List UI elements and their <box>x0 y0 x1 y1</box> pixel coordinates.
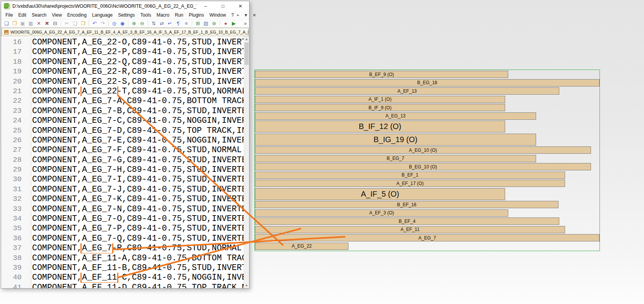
line-number: 35 <box>1 224 31 233</box>
part-bar-b-ef-1: B_EF_1 <box>255 172 565 179</box>
close-all-icon[interactable]: ✖ <box>43 20 51 27</box>
zoom-in-icon[interactable]: ⊕ <box>130 20 138 27</box>
part-bar-label: A_EF_11 <box>400 227 419 232</box>
scroll-up-icon[interactable]: ▲ <box>244 36 249 42</box>
code-line-29[interactable]: 29COMPONENT,A_EG_7-H,C89-41-0.75,STUD,IN… <box>1 165 244 175</box>
close-icon[interactable]: ✕ <box>35 20 43 27</box>
scrollbar-thumb[interactable] <box>244 42 249 65</box>
menu-encoding[interactable]: Encoding <box>65 12 89 18</box>
code-line-32[interactable]: 32COMPONENT,A_EG_7-K,C89-41-0.75,STUD,IN… <box>1 194 244 204</box>
code-line-41[interactable]: 41COMPONENT,A_EF_11-D,C89-41-0.75,TOP TR… <box>1 283 244 288</box>
print-icon[interactable]: ⊟ <box>51 20 59 27</box>
word-wrap-icon[interactable]: ↵ <box>166 20 174 27</box>
menu-close-icon[interactable]: ✕ <box>253 13 256 18</box>
menu-tools[interactable]: Tools <box>138 12 154 18</box>
redo-icon[interactable]: ↷ <box>99 20 106 27</box>
paste-icon[interactable]: ❒ <box>79 20 87 27</box>
code-line-27[interactable]: 27COMPONENT,A_EG_7-F,C89-41-0.75,STUD,NO… <box>1 145 244 155</box>
vertical-scrollbar[interactable]: ▲ ▼ <box>244 36 249 288</box>
code-line-40[interactable]: 40COMPONENT,A_EF_11-C,C89-41-0.75,NOGGIN… <box>1 273 244 282</box>
menu-run[interactable]: Run <box>172 12 186 18</box>
menu-macro[interactable]: Macro <box>154 12 172 18</box>
minimize-button[interactable]: – <box>197 1 214 11</box>
line-text: COMPONENT,A_EG_7-P,C89-41-0.75,STUD,INVE… <box>31 224 244 233</box>
part-bar-label: B_EG_18 <box>417 80 437 85</box>
code-line-16[interactable]: 16COMPONENT,A_EG_22-O,C89-41-0.75,STUD,I… <box>1 37 244 47</box>
code-line-18[interactable]: 18COMPONENT,A_EG_22-Q,C89-41-0.75,STUD,I… <box>1 57 244 67</box>
code-line-25[interactable]: 25COMPONENT,A_EG_7-D,C89-41-0.75,TOP TRA… <box>1 126 244 136</box>
part-bar-b-ef-16: B_EF_16 <box>255 201 559 208</box>
menu-plugins[interactable]: Plugins <box>186 12 207 18</box>
line-text: COMPONENT,A_EG_7-J,C89-41-0.75,STUD,INVE… <box>31 185 244 194</box>
line-number: 31 <box>1 185 31 194</box>
line-text: COMPONENT,A_EG_7-I,C89-41-0.75,STUD,INVE… <box>31 175 244 184</box>
show-all-characters-icon[interactable]: ¶ <box>174 20 182 27</box>
function-list-icon[interactable]: ⊞ <box>194 20 202 27</box>
menu-help[interactable]: ? <box>229 12 237 18</box>
code-line-22[interactable]: 22COMPONENT,A_EG_7-A,C89-41-0.75,BOTTOM … <box>1 96 244 106</box>
code-line-17[interactable]: 17COMPONENT,A_EG_22-P,C89-41-0.75,STUD,I… <box>1 47 244 57</box>
record-macro-icon[interactable]: ● <box>222 20 229 27</box>
monitoring-icon[interactable]: ⊚ <box>210 20 218 27</box>
line-text: COMPONENT,A_EG_7-B,C89-41-0.75,STUD,INVE… <box>31 106 244 116</box>
menu-language[interactable]: Language <box>89 12 115 18</box>
new-file-icon[interactable]: ❏ <box>3 20 10 27</box>
menu-items: FileEditSearchViewEncodingLanguageSettin… <box>3 12 237 18</box>
sync-horizontal-icon[interactable]: ⇄ <box>158 20 166 27</box>
code-line-21[interactable]: 21COMPONENT,A_EG_22-T,C89-41-0.75,STUD,N… <box>1 87 244 96</box>
close-button[interactable]: ✕ <box>232 1 249 11</box>
save-icon[interactable]: ▣ <box>19 20 26 27</box>
maximize-button[interactable]: □ <box>214 1 232 11</box>
code-line-31[interactable]: 31COMPONENT,A_EG_7-J,C89-41-0.75,STUD,IN… <box>1 185 244 194</box>
open-folder-icon[interactable]: ❐ <box>11 20 18 27</box>
toolbar-overflow-chevron-icon[interactable]: » <box>244 20 249 26</box>
code-line-30[interactable]: 30COMPONENT,A_EG_7-I,C89-41-0.75,STUD,IN… <box>1 175 244 184</box>
scroll-down-icon[interactable]: ▼ <box>244 283 249 288</box>
code-line-35[interactable]: 35COMPONENT,A_EG_7-P,C89-41-0.75,STUD,IN… <box>1 224 244 233</box>
replace-icon[interactable]: ◉ <box>119 20 126 27</box>
code-line-38[interactable]: 38COMPONENT,A_EF_11-A,C89-41-0.75,BOTTOM… <box>1 253 244 263</box>
code-line-20[interactable]: 20COMPONENT,A_EG_22-S,C89-41-0.75,STUD,I… <box>1 77 244 87</box>
menu-file[interactable]: File <box>3 12 15 18</box>
indent-guide-icon[interactable]: ≡ <box>183 20 190 27</box>
menu-window[interactable]: Window <box>207 12 229 18</box>
text-editor[interactable]: 16COMPONENT,A_EG_22-O,C89-41-0.75,STUD,I… <box>1 36 249 288</box>
tab-woorite-file[interactable]: WOORITE_006G_A_EG_22_A_EG_7_A_EF_11_B_EF… <box>2 28 249 36</box>
menu-view[interactable]: View <box>49 12 65 18</box>
code-line-37[interactable]: 37COMPONENT,A_EG_7-R,C89-41-0.75,STUD,NO… <box>1 243 244 253</box>
code-line-36[interactable]: 36COMPONENT,A_EG_7-Q,C89-41-0.75,STUD,IN… <box>1 234 244 243</box>
code-line-33[interactable]: 33COMPONENT,A_EG_7-N,C89-41-0.75,STUD,IN… <box>1 204 244 214</box>
toolbar-separator <box>148 20 148 26</box>
highlight-box-a-eg-7: A_EG_7 <box>82 243 112 253</box>
find-icon[interactable]: ◎ <box>111 20 118 27</box>
code-line-19[interactable]: 19COMPONENT,A_EG_22-R,C89-41-0.75,STUD,I… <box>1 67 244 76</box>
play-macro-icon[interactable]: ▶ <box>230 20 237 27</box>
menu-plus-icon[interactable]: + <box>237 13 239 18</box>
line-number: 28 <box>1 155 31 165</box>
zoom-out-icon[interactable]: ⊖ <box>138 20 146 27</box>
line-text: COMPONENT,A_EG_7-R,C89-41-0.75,STUD,NORM… <box>31 243 242 253</box>
save-all-icon[interactable]: ▦ <box>27 20 34 27</box>
menu-search[interactable]: Search <box>29 12 49 18</box>
code-line-24[interactable]: 24COMPONENT,A_EG_7-C,C89-41-0.75,NOGGIN,… <box>1 116 244 126</box>
code-line-34[interactable]: 34COMPONENT,A_EG_7-O,C89-41-0.75,STUD,IN… <box>1 214 244 224</box>
document-map-icon[interactable]: ▤ <box>202 20 210 27</box>
line-text: COMPONENT,A_EG_7-D,C89-41-0.75,TOP TRACK… <box>31 126 244 136</box>
menu-dropdown-icon[interactable]: ▼ <box>244 13 248 18</box>
line-number: 24 <box>1 116 31 126</box>
line-text: COMPONENT,A_EG_7-C,C89-41-0.75,NOGGIN,IN… <box>31 116 244 126</box>
menu-settings[interactable]: Settings <box>115 12 137 18</box>
code-line-39[interactable]: 39COMPONENT,A_EF_11-B,C89-41-0.75,STUD,I… <box>1 263 244 273</box>
undo-icon[interactable]: ↶ <box>91 20 98 27</box>
line-number: 18 <box>1 57 31 67</box>
code-line-28[interactable]: 28COMPONENT,A_EG_7-G,C89-41-0.75,STUD,IN… <box>1 155 244 165</box>
code-line-23[interactable]: 23COMPONENT,A_EG_7-B,C89-41-0.75,STUD,IN… <box>1 106 244 116</box>
line-text: COMPONENT,A_EG_7-Q,C89-41-0.75,STUD,INVE… <box>31 234 244 243</box>
code-line-26[interactable]: 26COMPONENT,A_EG_7-E,C89-41-0.75,NOGGIN,… <box>1 136 244 145</box>
copy-icon[interactable]: ❑ <box>71 20 79 27</box>
cut-icon[interactable]: ✂ <box>63 20 70 27</box>
line-text-pre: COMPONENT, <box>32 243 82 253</box>
sync-vertical-icon[interactable]: ⇅ <box>150 20 157 27</box>
menu-edit[interactable]: Edit <box>15 12 29 18</box>
code-area[interactable]: 16COMPONENT,A_EG_22-O,C89-41-0.75,STUD,I… <box>1 36 244 288</box>
